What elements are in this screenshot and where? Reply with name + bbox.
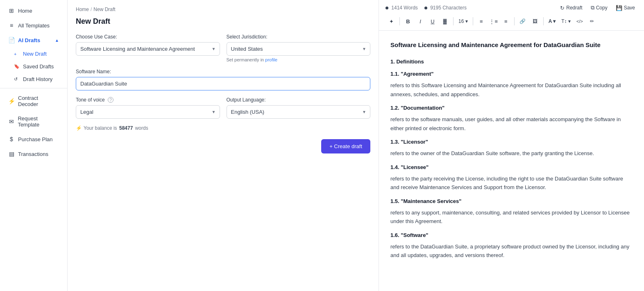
sidebar-item-saved-drafts[interactable]: 🔖 Saved Drafts (2, 61, 65, 72)
balance-text: Your balance is 58477 words (84, 125, 148, 131)
fmt-sep-1 (399, 17, 400, 25)
right-panel: 1414 Words 9195 Characters ↻ Redraft (379, 0, 644, 291)
doc-subsection-1-4: 1.4. "Licensee" refers to the party rece… (390, 163, 633, 192)
char-count-stat: 9195 Characters (424, 5, 467, 11)
subsection-title-1-1: 1.1. "Agreement" (390, 70, 633, 79)
sidebar-item-contract-decoder[interactable]: ⚡ Contract Decoder (2, 91, 65, 111)
breadcrumb-home[interactable]: Home (76, 7, 89, 12)
output-language-label: Output Language: (227, 97, 371, 103)
word-dot (385, 7, 388, 9)
doc-subsection-1-3: 1.3. "Licensor" refers to the owner of t… (390, 138, 633, 158)
software-name-input[interactable] (76, 77, 370, 90)
underline-button[interactable]: U (427, 16, 438, 27)
bold-button[interactable]: B (402, 16, 414, 27)
sidebar: ⊞ Home ≡ All Templates 📄 AI Drafts ▲ + N… (0, 0, 68, 291)
fmt-sep-3 (473, 17, 473, 25)
left-panel: Home / New Draft New Draft Choose Use Ca… (68, 0, 379, 291)
align-button[interactable]: ≡ (500, 16, 512, 27)
font-color-button[interactable]: A ▾ (546, 16, 558, 27)
tone-select-wrapper: Legal ▼ (76, 105, 220, 119)
sidebar-label-request-template: Request Template (18, 115, 59, 128)
use-case-select-wrapper: Software Licensing and Maintenance Agree… (76, 42, 220, 56)
history-icon: ↺ (14, 77, 20, 82)
highlight-button[interactable]: ▓ (439, 16, 451, 27)
form-col-jurisdiction: Select Jurisdiction: United States ▼ Set… (227, 34, 371, 62)
text-size-button[interactable]: T↕ ▾ (559, 16, 573, 27)
sidebar-label-new-draft: New Draft (23, 51, 47, 57)
doc-stats-row: 1414 Words 9195 Characters ↻ Redraft (385, 3, 637, 12)
italic-button[interactable]: I (415, 16, 426, 27)
sidebar-item-ai-drafts[interactable]: 📄 AI Drafts ▲ (2, 33, 65, 47)
new-draft-icon: + (14, 52, 20, 56)
sidebar-item-home[interactable]: ⊞ Home (2, 4, 65, 18)
subsection-text-1-3: refers to the owner of the DataGuardian … (390, 149, 633, 158)
ordered-list-button[interactable]: ⋮≡ (488, 16, 499, 27)
save-button[interactable]: 💾 Save (613, 4, 637, 12)
code-button[interactable]: </> (574, 16, 585, 27)
magic-format-button[interactable]: ✦ (385, 16, 397, 27)
sidebar-item-transactions[interactable]: ▤ Transactions (2, 147, 65, 161)
doc-toolbar: 1414 Words 9195 Characters ↻ Redraft (379, 0, 644, 31)
image-button[interactable]: 🖼 (529, 16, 541, 27)
mail-icon: ✉ (8, 118, 14, 125)
section-heading-1: 1. Definitions (390, 57, 633, 66)
use-case-select[interactable]: Software Licensing and Maintenance Agree… (76, 42, 220, 56)
word-count-stat: 1414 Words (385, 5, 418, 11)
draft-icon: 📄 (8, 37, 15, 43)
sidebar-label-draft-history: Draft History (23, 76, 52, 82)
subsection-title-1-2: 1.2. "Documentation" (390, 104, 633, 113)
page-title: New Draft (76, 17, 370, 26)
jurisdiction-select[interactable]: United States (227, 42, 371, 56)
saved-drafts-icon: 🔖 (14, 64, 20, 69)
subsection-text-1-5: refers to any support, maintenance, cons… (390, 208, 633, 226)
doc-actions-right: ↻ Redraft ⧉ Copy 💾 Save (558, 3, 637, 12)
use-case-label: Choose Use Case: (76, 34, 220, 40)
subsection-title-1-4: 1.4. "Licensee" (390, 163, 633, 172)
tone-label: Tone of voice ? (76, 97, 220, 103)
dollar-icon: $ (8, 136, 15, 142)
sidebar-item-all-templates[interactable]: ≡ All Templates (2, 18, 65, 32)
subsection-title-1-3: 1.3. "Licensor" (390, 138, 633, 147)
subsection-title-1-5: 1.5. "Maintenance Services" (390, 197, 633, 206)
char-dot (424, 7, 427, 9)
doc-subsection-1-5: 1.5. "Maintenance Services" refers to an… (390, 197, 633, 226)
sidebar-item-request-template[interactable]: ✉ Request Template (2, 112, 65, 131)
copy-button[interactable]: ⧉ Copy (588, 3, 610, 12)
breadcrumb: Home / New Draft (76, 7, 370, 12)
font-size-button[interactable]: 16 ▾ (456, 16, 470, 27)
link-button[interactable]: 🔗 (517, 16, 528, 27)
sidebar-item-purchase-plan[interactable]: $ Purchase Plan (2, 132, 65, 146)
create-draft-button[interactable]: + Create draft (321, 139, 370, 153)
list-icon: ≡ (8, 22, 15, 29)
subsection-text-1-1: refers to this Software Licensing and Ma… (390, 81, 633, 99)
form-row-use-case-jurisdiction: Choose Use Case: Software Licensing and … (76, 34, 370, 62)
doc-section-definitions: 1. Definitions 1.1. "Agreement" refers t… (390, 57, 633, 259)
tone-select[interactable]: Legal (76, 105, 220, 119)
language-select[interactable]: English (USA) (227, 105, 371, 119)
breadcrumb-sep: / (91, 7, 92, 12)
fmt-sep-5 (543, 17, 544, 25)
subsection-title-1-6: 1.6. "Software" (390, 231, 633, 240)
chevron-up-icon: ▲ (55, 38, 59, 43)
pen-button[interactable]: ✏ (586, 16, 598, 27)
tone-info-icon: ? (108, 97, 113, 103)
subsection-text-1-2: refers to the software manuals, user gui… (390, 115, 633, 133)
unordered-list-button[interactable]: ≡ (476, 16, 487, 27)
formatting-bar: ✦ B I U ▓ 16 ▾ ≡ ⋮≡ ≡ 🔗 🖼 A ▾ (385, 16, 637, 27)
doc-stats-left: 1414 Words 9195 Characters (385, 5, 467, 11)
document-title: Software Licensing and Maintenance Agree… (390, 41, 633, 49)
sidebar-item-new-draft[interactable]: + New Draft (2, 48, 65, 60)
content-area: Home / New Draft New Draft Choose Use Ca… (68, 0, 644, 291)
sidebar-item-draft-history[interactable]: ↺ Draft History (2, 73, 65, 85)
redraft-icon: ↻ (560, 5, 565, 11)
jurisdiction-label: Select Jurisdiction: (227, 34, 371, 40)
profile-link[interactable]: profile (265, 57, 277, 62)
doc-subsection-1-6: 1.6. "Software" refers to the DataGuardi… (390, 231, 633, 260)
sidebar-label-purchase-plan: Purchase Plan (18, 136, 53, 142)
subsection-text-1-6: refers to the DataGuardian Suite, a prop… (390, 242, 633, 260)
jurisdiction-select-wrapper: United States ▼ (227, 42, 371, 56)
doc-subsection-1-2: 1.2. "Documentation" refers to the softw… (390, 104, 633, 133)
redraft-button[interactable]: ↻ Redraft (558, 4, 585, 12)
language-select-wrapper: English (USA) ▼ (227, 105, 371, 119)
balance-info: ⚡ Your balance is 58477 words (76, 125, 370, 131)
